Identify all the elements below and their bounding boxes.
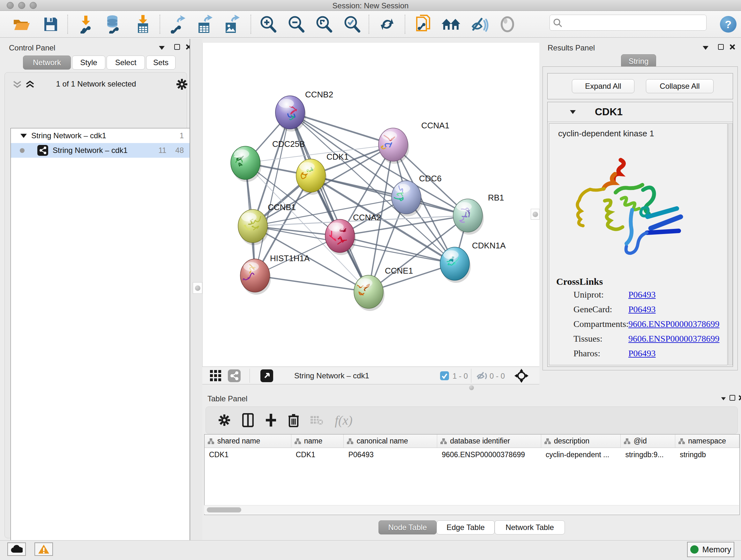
right-splitter-handle[interactable] xyxy=(531,209,540,220)
zoom-in-icon[interactable] xyxy=(258,14,278,35)
open-session-icon[interactable] xyxy=(11,14,32,35)
network-node-CCNE1[interactable] xyxy=(354,275,385,311)
crosslink-link[interactable]: P06493 xyxy=(628,348,656,359)
tab-select[interactable]: Select xyxy=(107,56,145,70)
control-panel-float-icon[interactable] xyxy=(174,44,180,50)
string-home-icon[interactable] xyxy=(441,14,461,35)
column-header-description[interactable]: description xyxy=(541,435,621,448)
column-header-shared-name[interactable]: shared name xyxy=(205,435,291,448)
fit-content-crosshair-icon[interactable] xyxy=(515,369,529,383)
table-cell[interactable]: P06493 xyxy=(344,448,437,461)
cloud-status-button[interactable] xyxy=(7,543,26,556)
tab-network-table[interactable]: Network Table xyxy=(495,520,565,535)
show-columns-icon[interactable] xyxy=(242,413,254,427)
edge-CDK1-RB1[interactable] xyxy=(311,176,468,215)
open-in-window-icon[interactable] xyxy=(260,369,273,382)
splitter-handle[interactable] xyxy=(193,282,202,294)
import-network-database-icon[interactable] xyxy=(103,14,124,35)
table-cell[interactable]: 9606.ENSP00000378699 xyxy=(437,448,541,461)
crosslink-link[interactable]: P06493 xyxy=(628,304,656,314)
tab-network[interactable]: Network xyxy=(23,56,71,70)
column-header-database-identifier[interactable]: database identifier xyxy=(437,435,541,448)
tab-sets[interactable]: Sets xyxy=(146,56,176,70)
add-column-icon[interactable] xyxy=(265,413,277,427)
collapse-gene-icon[interactable] xyxy=(570,110,576,114)
expand-all-button[interactable]: Expand All xyxy=(572,79,634,93)
crosslink-link[interactable]: P06493 xyxy=(628,290,656,300)
tab-node-table[interactable]: Node Table xyxy=(379,520,436,535)
tree-expander-icon[interactable] xyxy=(20,134,27,138)
crosslink-link[interactable]: 9606.ENSP00000378699 xyxy=(628,334,719,344)
results-panel-float-icon[interactable] xyxy=(718,44,724,50)
network-row[interactable]: String Network – cdk1 11 48 xyxy=(11,143,190,158)
network-node-HIST1H1A[interactable] xyxy=(240,259,271,295)
import-network-file-icon[interactable] xyxy=(75,14,96,35)
tab-style[interactable]: Style xyxy=(72,56,105,70)
network-options-gear-icon[interactable] xyxy=(176,78,188,90)
export-image-icon[interactable] xyxy=(221,14,242,35)
table-cell[interactable]: stringdb:9... xyxy=(621,448,675,461)
network-node-CCNA1[interactable] xyxy=(379,128,409,164)
string-document-icon[interactable] xyxy=(414,14,434,35)
table-cell[interactable]: CDK1 xyxy=(291,448,344,461)
crosslink-label: Pharos: xyxy=(574,348,600,359)
table-panel-close-icon[interactable] xyxy=(738,395,741,401)
network-node-CDC25B[interactable] xyxy=(231,146,261,182)
network-collection-row[interactable]: String Network – cdk1 1 xyxy=(11,128,190,143)
function-builder-icon[interactable]: f(x) xyxy=(335,413,353,428)
table-horizontal-scrollbar[interactable] xyxy=(204,505,739,514)
column-header-namespace[interactable]: namespace xyxy=(675,435,739,448)
export-network-icon[interactable] xyxy=(167,14,187,35)
warning-status-button[interactable] xyxy=(35,543,53,556)
save-session-icon[interactable] xyxy=(40,14,61,35)
edge-HIST1H1A-CCNE1[interactable] xyxy=(255,275,368,292)
table-row[interactable]: CDK1CDK1P064939606.ENSP00000378699cyclin… xyxy=(205,448,739,461)
column-header-@id[interactable]: @id xyxy=(621,435,675,448)
memory-button[interactable]: Memory xyxy=(687,542,734,557)
search-input[interactable] xyxy=(564,16,702,29)
edge-CCNB2-HIST1H1A[interactable] xyxy=(255,112,290,275)
string-network-icon xyxy=(37,145,48,156)
refresh-icon[interactable] xyxy=(377,14,397,35)
crosslink-link[interactable]: 9606.ENSP00000378699 xyxy=(628,319,719,329)
zoom-selected-icon[interactable] xyxy=(342,14,362,35)
column-header-canonical-name[interactable]: canonical name xyxy=(344,435,437,448)
gene-card-header[interactable]: CDK1 xyxy=(548,102,733,122)
table-settings-gear-icon[interactable] xyxy=(218,414,231,427)
table-cell[interactable]: cyclin-dependent ... xyxy=(541,448,621,461)
tab-edge-table[interactable]: Edge Table xyxy=(436,520,495,535)
birdseye-grid-icon[interactable] xyxy=(210,370,221,381)
export-table-icon[interactable] xyxy=(194,14,214,35)
network-canvas[interactable]: CCNB2CCNA1CDC25BCDK1CDC6RB1CCNB1CCNA2CDK… xyxy=(202,43,539,367)
collapse-all-button[interactable]: Collapse All xyxy=(646,79,714,93)
scrollbar-thumb[interactable] xyxy=(207,507,241,512)
splitter-handle[interactable] xyxy=(469,385,474,390)
table-panel-menu-icon[interactable] xyxy=(721,397,726,400)
zoom-out-icon[interactable] xyxy=(286,14,307,35)
column-header-name[interactable]: name xyxy=(291,435,344,448)
left-panel-splitter[interactable] xyxy=(190,39,202,540)
table-cell[interactable]: stringdb xyxy=(675,448,739,461)
delete-table-icon[interactable] xyxy=(310,415,324,426)
import-table-icon[interactable] xyxy=(133,14,153,35)
network-node-CDK1[interactable] xyxy=(296,159,327,195)
hide-glasses-icon[interactable] xyxy=(469,14,489,35)
help-icon[interactable]: ? xyxy=(720,16,737,33)
network-current-dot-icon xyxy=(20,148,24,153)
selected-checkbox-icon[interactable] xyxy=(440,371,449,380)
zoom-fit-icon[interactable] xyxy=(314,14,334,35)
results-panel-close-icon[interactable] xyxy=(730,44,735,50)
show-eye-icon[interactable] xyxy=(497,14,518,35)
network-node-CDKN1A[interactable] xyxy=(440,247,471,283)
results-panel-menu-icon[interactable] xyxy=(703,46,709,50)
control-panel-menu-icon[interactable] xyxy=(159,46,165,50)
horizontal-splitter[interactable] xyxy=(202,385,539,391)
string-view-icon[interactable] xyxy=(228,369,241,382)
network-node-CCNB2[interactable] xyxy=(275,96,306,132)
table-panel-float-icon[interactable] xyxy=(730,395,735,401)
table-cell[interactable]: CDK1 xyxy=(205,448,291,461)
delete-column-icon[interactable] xyxy=(288,413,299,427)
results-scrollbar[interactable] xyxy=(728,123,733,365)
network-node-RB1[interactable] xyxy=(453,199,484,235)
network-node-CCNA2[interactable] xyxy=(325,219,356,255)
